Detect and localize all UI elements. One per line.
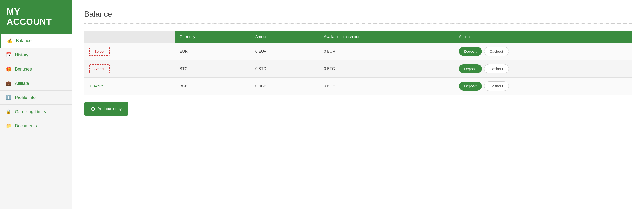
- deposit-button-1[interactable]: Deposit: [459, 64, 482, 73]
- sidebar-item-label-balance: Balance: [16, 38, 32, 43]
- affiliate-icon: 💼: [6, 81, 12, 86]
- actions-cell-2: DepositCashout: [454, 78, 632, 95]
- sidebar-header: MY ACCOUNT: [0, 0, 72, 34]
- currency-cell-2: BCH: [175, 78, 250, 95]
- sidebar-item-label-affiliate: Affiliate: [15, 81, 29, 86]
- page-title: Balance: [84, 10, 632, 18]
- sidebar-item-affiliate[interactable]: 💼Affiliate: [0, 76, 72, 90]
- bottom-divider: [84, 125, 632, 126]
- sidebar-nav: 💰Balance📅History🎁Bonuses💼Affiliateℹ️Prof…: [0, 34, 72, 209]
- table-row: SelectEUR0 EUR0 EURDepositCashout: [84, 43, 632, 60]
- action-buttons-0: DepositCashout: [459, 47, 627, 56]
- amount-cell-2: 0 BCH: [250, 78, 319, 95]
- action-buttons-2: DepositCashout: [459, 82, 627, 91]
- table-header-2: Amount: [250, 31, 319, 43]
- status-cell-1: Select: [84, 60, 175, 78]
- available-cell-0: 0 EUR: [319, 43, 454, 60]
- status-cell-2: ✔Active: [84, 78, 175, 95]
- bonuses-icon: 🎁: [6, 66, 12, 72]
- active-badge-2: ✔Active: [89, 84, 170, 88]
- amount-cell-0: 0 EUR: [250, 43, 319, 60]
- add-currency-label: Add currency: [98, 106, 122, 111]
- sidebar-item-balance[interactable]: 💰Balance: [0, 34, 72, 48]
- gambling-limits-icon: 🔒: [6, 109, 12, 114]
- active-label: Active: [94, 84, 104, 88]
- available-cell-1: 0 BTC: [319, 60, 454, 78]
- add-currency-button[interactable]: ⊕ Add currency: [84, 102, 128, 116]
- table-header-4: Actions: [454, 31, 632, 43]
- profile-info-icon: ℹ️: [6, 95, 12, 100]
- check-icon: ✔: [89, 84, 92, 88]
- sidebar-item-label-documents: Documents: [15, 124, 37, 128]
- table-row: SelectBTC0 BTC0 BTCDepositCashout: [84, 60, 632, 78]
- sidebar-item-gambling-limits[interactable]: 🔒Gambling Limits: [0, 105, 72, 119]
- balance-icon: 💰: [7, 38, 12, 43]
- select-button-1[interactable]: Select: [89, 64, 110, 73]
- sidebar-title: MY ACCOUNT: [7, 7, 65, 27]
- sidebar-item-label-profile-info: Profile Info: [15, 95, 36, 100]
- documents-icon: 📁: [6, 123, 12, 128]
- sidebar-item-label-bonuses: Bonuses: [15, 67, 32, 72]
- select-button-0[interactable]: Select: [89, 47, 110, 56]
- plus-icon: ⊕: [91, 106, 95, 112]
- table-header-1: Currency: [175, 31, 250, 43]
- sidebar-item-history[interactable]: 📅History: [0, 48, 72, 62]
- available-cell-2: 0 BCH: [319, 78, 454, 95]
- deposit-button-2[interactable]: Deposit: [459, 82, 482, 90]
- currency-cell-0: EUR: [175, 43, 250, 60]
- status-cell-0: Select: [84, 43, 175, 60]
- sidebar-item-bonuses[interactable]: 🎁Bonuses: [0, 62, 72, 76]
- history-icon: 📅: [6, 52, 12, 58]
- deposit-button-0[interactable]: Deposit: [459, 47, 482, 56]
- main-content: Balance CurrencyAmountAvailable to cash …: [72, 0, 644, 209]
- currency-cell-1: BTC: [175, 60, 250, 78]
- sidebar-item-documents[interactable]: 📁Documents: [0, 119, 72, 133]
- actions-cell-1: DepositCashout: [454, 60, 632, 78]
- sidebar: MY ACCOUNT 💰Balance📅History🎁Bonuses💼Affi…: [0, 0, 72, 209]
- amount-cell-1: 0 BTC: [250, 60, 319, 78]
- balance-table: CurrencyAmountAvailable to cash outActio…: [84, 31, 632, 95]
- table-header-3: Available to cash out: [319, 31, 454, 43]
- action-buttons-1: DepositCashout: [459, 64, 627, 74]
- sidebar-item-label-gambling-limits: Gambling Limits: [15, 109, 46, 114]
- table-row: ✔ActiveBCH0 BCH0 BCHDepositCashout: [84, 78, 632, 95]
- table-body: SelectEUR0 EUR0 EURDepositCashoutSelectB…: [84, 43, 632, 95]
- actions-cell-0: DepositCashout: [454, 43, 632, 60]
- table-header-row: CurrencyAmountAvailable to cash outActio…: [84, 31, 632, 43]
- sidebar-item-label-history: History: [15, 52, 28, 58]
- table-header-0: [84, 31, 175, 43]
- top-divider: [84, 23, 632, 24]
- cashout-button-1[interactable]: Cashout: [484, 64, 509, 74]
- sidebar-item-profile-info[interactable]: ℹ️Profile Info: [0, 90, 72, 105]
- table-header: CurrencyAmountAvailable to cash outActio…: [84, 31, 632, 43]
- cashout-button-0[interactable]: Cashout: [484, 47, 509, 56]
- cashout-button-2[interactable]: Cashout: [484, 82, 509, 91]
